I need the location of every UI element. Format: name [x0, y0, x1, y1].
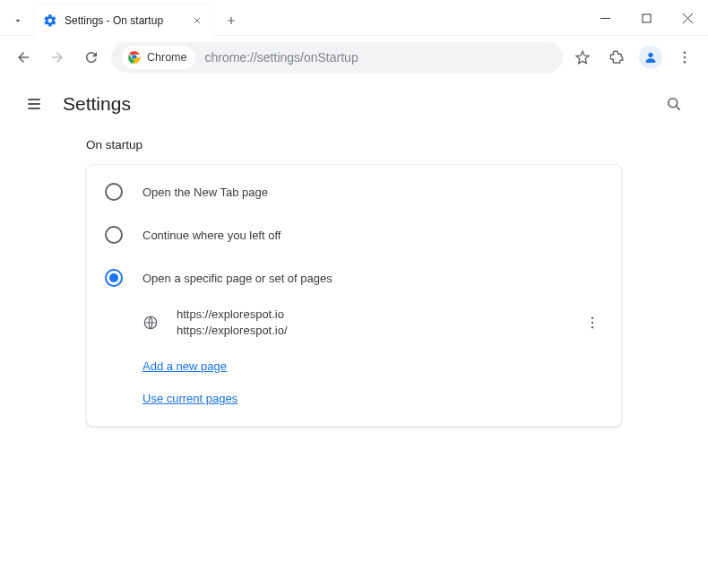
option-label: Open a specific page or set of pages — [142, 272, 332, 285]
tab-title: Settings - On startup — [65, 14, 190, 27]
option-new-tab[interactable]: Open the New Tab page — [87, 170, 621, 213]
add-page-link[interactable]: Add a new page — [142, 359, 227, 373]
bookmark-button[interactable] — [568, 43, 597, 72]
settings-header: Settings — [0, 79, 708, 129]
maximize-icon — [642, 13, 652, 23]
tab-search-button[interactable] — [5, 8, 30, 33]
radio-icon — [105, 226, 123, 244]
window-controls — [584, 0, 708, 32]
profile-button[interactable] — [636, 43, 665, 72]
settings-gear-icon — [43, 13, 57, 28]
profile-avatar-icon — [639, 46, 662, 69]
svg-point-4 — [684, 51, 686, 54]
svg-point-5 — [684, 56, 686, 59]
window-minimize-button[interactable] — [584, 4, 626, 32]
address-bar[interactable]: Chrome chrome://settings/onStartup — [111, 42, 563, 73]
option-label: Open the New Tab page — [142, 186, 268, 199]
extension-icon — [609, 49, 625, 65]
kebab-icon — [677, 49, 693, 65]
page-url-subtitle: https://explorespot.io/ — [177, 323, 564, 339]
minimize-icon — [600, 13, 610, 23]
browser-tab[interactable]: Settings - On startup — [34, 5, 213, 36]
nav-back-button[interactable] — [9, 43, 38, 72]
hamburger-icon — [25, 95, 43, 113]
extensions-button[interactable] — [602, 43, 631, 72]
svg-point-11 — [591, 326, 593, 328]
svg-point-9 — [591, 316, 593, 318]
settings-menu-button[interactable] — [18, 88, 50, 120]
close-icon — [193, 16, 202, 25]
nav-reload-button[interactable] — [77, 43, 106, 72]
new-tab-button[interactable] — [219, 8, 244, 33]
window-maximize-button[interactable] — [626, 4, 667, 32]
tab-strip: Settings - On startup — [0, 0, 584, 36]
option-continue[interactable]: Continue where you left off — [87, 213, 621, 256]
startup-page-row: https://explorespot.io https://exploresp… — [87, 299, 621, 345]
page-url-title: https://explorespot.io — [177, 307, 564, 323]
search-icon — [665, 95, 683, 113]
kebab-icon — [584, 315, 600, 331]
arrow-left-icon — [15, 49, 31, 65]
nav-forward-button[interactable] — [43, 43, 72, 72]
svg-point-6 — [684, 61, 686, 64]
site-chip[interactable]: Chrome — [122, 46, 195, 69]
globe-icon — [142, 315, 159, 331]
chevron-down-icon — [13, 15, 23, 26]
chrome-logo-icon — [127, 50, 142, 65]
radio-icon — [105, 269, 123, 287]
page-title: Settings — [63, 93, 131, 115]
svg-point-3 — [648, 53, 652, 57]
on-startup-card: Open the New Tab page Continue where you… — [86, 164, 622, 427]
window-close-button[interactable] — [667, 4, 708, 32]
svg-point-10 — [591, 321, 593, 323]
url-text: chrome://settings/onStartup — [204, 50, 552, 65]
plus-icon — [225, 14, 237, 27]
settings-body: On startup Open the New Tab page Continu… — [0, 129, 708, 427]
settings-search-button[interactable] — [658, 88, 690, 120]
tab-close-button[interactable] — [190, 13, 204, 28]
arrow-right-icon — [49, 49, 65, 65]
page-url-text: https://explorespot.io https://exploresp… — [177, 307, 564, 338]
site-chip-label: Chrome — [147, 51, 186, 64]
svg-point-7 — [669, 99, 678, 108]
option-specific-page[interactable]: Open a specific page or set of pages — [87, 256, 621, 299]
add-page-row: Add a new page — [87, 345, 621, 377]
svg-rect-0 — [643, 14, 651, 22]
window-titlebar: Settings - On startup — [0, 0, 708, 36]
star-icon — [574, 49, 591, 65]
page-more-button[interactable] — [582, 315, 603, 331]
radio-icon — [105, 183, 123, 201]
close-icon — [683, 13, 693, 23]
browser-menu-button[interactable] — [670, 43, 699, 72]
use-current-row: Use current pages — [87, 377, 621, 410]
section-heading: On startup — [86, 138, 622, 151]
toolbar: Chrome chrome://settings/onStartup — [0, 36, 708, 79]
reload-icon — [83, 49, 99, 65]
use-current-link[interactable]: Use current pages — [142, 392, 237, 405]
option-label: Continue where you left off — [142, 229, 281, 242]
